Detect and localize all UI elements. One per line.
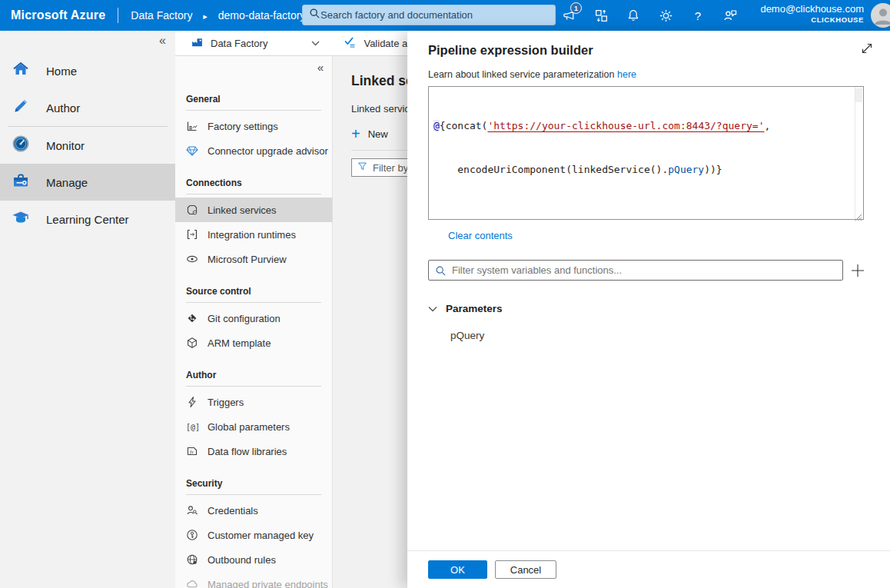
graduation-cap-icon — [12, 208, 30, 230]
nav-item-author[interactable]: Author — [0, 89, 175, 126]
manage-menu-panel: « General Factory settings Connector upg… — [175, 56, 333, 588]
add-expression-icon[interactable] — [850, 263, 865, 278]
editor-scrollbar[interactable] — [855, 87, 863, 219]
menu-item-managed-private-endpoints[interactable]: Managed private endpoints — [186, 572, 332, 588]
global-parameters-icon: [@] — [186, 420, 198, 433]
nav-item-home[interactable]: Home — [0, 52, 175, 89]
breadcrumb-app[interactable]: Data Factory — [131, 9, 192, 22]
data-flow-fx-icon: fx — [186, 445, 198, 457]
search-icon — [435, 265, 447, 280]
clear-contents-link[interactable]: Clear contents — [448, 230, 513, 241]
switch-factory-icon[interactable] — [593, 8, 609, 23]
account-email: demo@clickhouse.com — [760, 3, 864, 15]
feedback-icon[interactable] — [722, 8, 738, 23]
menu-item-global-parameters[interactable]: [@] Global parameters — [186, 414, 332, 439]
avatar[interactable] — [871, 3, 890, 28]
settings-gear-icon[interactable] — [658, 8, 673, 23]
topbar: Microsoft Azure Data Factory ▸ demo-data… — [0, 0, 890, 31]
linked-services-icon — [186, 204, 198, 216]
pencil-icon — [12, 97, 30, 118]
purview-eye-icon — [186, 253, 198, 265]
cloud-icon — [186, 578, 198, 588]
parameter-pquery[interactable]: pQuery — [450, 330, 890, 341]
section-general: General — [186, 94, 332, 105]
section-security: Security — [186, 478, 332, 489]
menu-item-credentials[interactable]: Credentials — [186, 498, 332, 523]
globe-icon — [186, 553, 198, 566]
search-input[interactable] — [320, 9, 536, 21]
cancel-button[interactable]: Cancel — [495, 560, 556, 579]
funnel-icon — [357, 161, 367, 174]
ok-button[interactable]: OK — [428, 560, 487, 579]
breadcrumb: Data Factory ▸ demo-data-factory-00 — [131, 9, 320, 22]
search-icon — [309, 8, 320, 22]
expression-line-1: @{concat('https://your-clickhouse-url.co… — [433, 118, 849, 133]
menu-item-customer-managed-key[interactable]: Customer managed key — [186, 523, 332, 547]
integration-runtimes-icon — [186, 228, 198, 241]
menu-item-microsoft-purview[interactable]: Microsoft Purview — [186, 247, 332, 271]
expand-icon[interactable] — [859, 41, 875, 56]
menu-item-outbound-rules[interactable]: Outbound rules — [186, 547, 332, 572]
help-icon[interactable]: ? — [690, 8, 706, 23]
diamond-icon — [186, 145, 198, 157]
resize-handle-icon[interactable] — [855, 211, 862, 218]
home-icon — [12, 60, 30, 81]
svg-text:fx: fx — [190, 449, 194, 454]
menu-item-integration-runtimes[interactable]: Integration runtimes — [186, 222, 332, 247]
factory-selector[interactable]: Data Factory — [191, 35, 320, 51]
menu-item-arm-template[interactable]: ARM template — [186, 331, 332, 355]
functions-filter-field[interactable] — [452, 264, 821, 276]
announcements-icon[interactable]: 1 — [561, 8, 576, 23]
managed-key-icon — [186, 529, 198, 541]
account-tenant: CLICKHOUSE — [760, 15, 864, 25]
menu-item-linked-services[interactable]: Linked services — [175, 198, 332, 222]
section-source-control: Source control — [186, 286, 332, 297]
chevron-down-icon — [311, 41, 320, 46]
plus-icon: + — [351, 128, 360, 140]
toolbox-icon — [12, 171, 30, 193]
validate-all-button[interactable]: Validate all — [343, 35, 412, 51]
topbar-icon-row: 1 ? — [561, 0, 738, 31]
git-icon — [186, 312, 198, 324]
expression-line-2: encodeUriComponent(linkedService().pQuer… — [433, 162, 849, 177]
account-info[interactable]: demo@clickhouse.com CLICKHOUSE — [760, 3, 864, 25]
gauge-icon — [12, 135, 30, 156]
nav-item-manage[interactable]: Manage — [0, 164, 175, 201]
info-text: Learn about linked service parameterizat… — [428, 69, 890, 80]
section-author: Author — [186, 370, 332, 380]
validate-check-icon — [343, 35, 357, 51]
expression-editor[interactable]: @{concat('https://your-clickhouse-url.co… — [428, 86, 864, 220]
notifications-bell-icon[interactable] — [626, 8, 641, 23]
nav-item-learning-center[interactable]: Learning Center — [0, 201, 175, 238]
factory-settings-icon — [186, 120, 198, 132]
menu-item-data-flow-libraries[interactable]: fx Data flow libraries — [186, 439, 332, 463]
topbar-search[interactable] — [302, 5, 556, 25]
factory-icon — [191, 35, 204, 51]
chevron-down-icon — [428, 301, 437, 315]
section-connections: Connections — [186, 178, 332, 188]
nav-item-monitor[interactable]: Monitor — [0, 127, 175, 164]
flyout-footer: OK Cancel — [407, 550, 890, 588]
credentials-person-key-icon — [186, 504, 198, 517]
expression-builder-flyout: Pipeline expression builder Learn about … — [407, 31, 890, 588]
menu-item-connector-upgrade-advisor[interactable]: Connector upgrade advisor — [186, 138, 332, 163]
left-nav: « Home Author Monitor Manage — [0, 31, 175, 588]
nav-collapse-icon[interactable]: « — [159, 34, 166, 48]
arm-template-cube-icon — [186, 337, 198, 349]
topbar-separator — [118, 8, 118, 23]
menu-collapse-icon[interactable]: « — [317, 61, 324, 74]
flyout-title: Pipeline expression builder — [428, 43, 890, 58]
menu-item-factory-settings[interactable]: Factory settings — [186, 114, 332, 138]
functions-filter-input[interactable] — [428, 260, 843, 281]
breadcrumb-caret-icon: ▸ — [203, 12, 208, 21]
here-link[interactable]: here — [617, 69, 636, 80]
parameters-accordion[interactable]: Parameters — [428, 301, 890, 315]
menu-item-git-configuration[interactable]: Git configuration — [186, 306, 332, 331]
azure-brand[interactable]: Microsoft Azure — [0, 8, 118, 22]
notification-badge: 1 — [570, 2, 582, 14]
lightning-icon — [186, 396, 198, 408]
menu-item-triggers[interactable]: Triggers — [186, 390, 332, 414]
